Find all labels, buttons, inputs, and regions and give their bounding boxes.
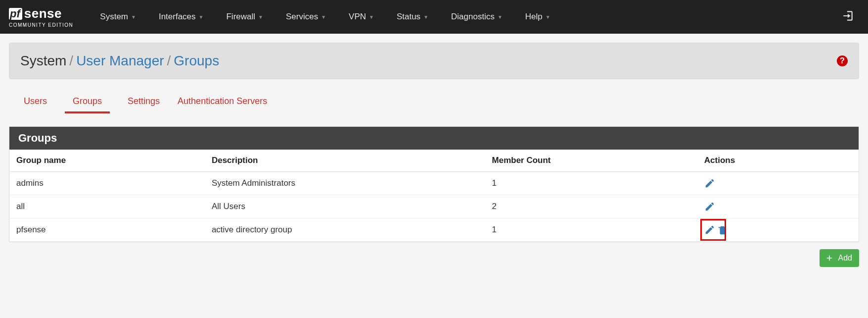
table-row: pfsense active directory group 1 xyxy=(9,218,859,242)
col-description: Description xyxy=(205,150,485,172)
nav-vpn[interactable]: VPN▼ xyxy=(342,7,381,27)
caret-down-icon: ▼ xyxy=(131,14,136,20)
col-group-name: Group name xyxy=(9,150,205,172)
brand-edition: COMMUNITY EDITION xyxy=(9,22,73,28)
nav-services[interactable]: Services▼ xyxy=(279,7,333,27)
plus-icon xyxy=(824,253,834,263)
breadcrumb-user-manager[interactable]: User Manager xyxy=(76,53,164,69)
brand-pf: pf xyxy=(9,8,22,20)
caret-down-icon: ▼ xyxy=(199,14,204,20)
nav-help[interactable]: Help▼ xyxy=(518,7,557,27)
tab-groups[interactable]: Groups xyxy=(65,96,110,113)
add-button[interactable]: Add xyxy=(820,249,859,267)
cell-member-count: 1 xyxy=(485,172,697,195)
tab-auth-servers[interactable]: Authentication Servers xyxy=(178,96,267,113)
tab-bar: Users Groups Settings Authentication Ser… xyxy=(9,96,859,113)
caret-down-icon: ▼ xyxy=(321,14,326,20)
nav-firewall[interactable]: Firewall▼ xyxy=(219,7,270,27)
tab-settings[interactable]: Settings xyxy=(128,96,160,113)
caret-down-icon: ▼ xyxy=(498,14,503,20)
logout-icon[interactable] xyxy=(841,9,854,24)
cell-member-count: 1 xyxy=(485,218,697,242)
col-actions: Actions xyxy=(697,150,859,172)
top-navbar: pf sense COMMUNITY EDITION System▼ Inter… xyxy=(0,0,868,34)
cell-description: All Users xyxy=(205,195,485,218)
breadcrumb-root: System xyxy=(20,53,66,69)
table-row: all All Users 2 xyxy=(9,195,859,218)
cell-group-name: all xyxy=(9,195,205,218)
breadcrumb-groups[interactable]: Groups xyxy=(174,53,219,69)
tab-users[interactable]: Users xyxy=(24,96,47,113)
cell-group-name: admins xyxy=(9,172,205,195)
table-row: admins System Administrators 1 xyxy=(9,172,859,195)
caret-down-icon: ▼ xyxy=(258,14,263,20)
cell-member-count: 2 xyxy=(485,195,697,218)
caret-down-icon: ▼ xyxy=(369,14,374,20)
nav-interfaces[interactable]: Interfaces▼ xyxy=(152,7,211,27)
nav-menu: System▼ Interfaces▼ Firewall▼ Services▼ … xyxy=(93,7,557,27)
nav-diagnostics[interactable]: Diagnostics▼ xyxy=(444,7,509,27)
cell-description: System Administrators xyxy=(205,172,485,195)
caret-down-icon: ▼ xyxy=(546,14,550,20)
groups-panel: Groups Group name Description Member Cou… xyxy=(9,126,859,242)
nav-status[interactable]: Status▼ xyxy=(390,7,435,27)
delete-icon[interactable] xyxy=(717,224,728,235)
cell-description: active directory group xyxy=(205,218,485,242)
edit-icon[interactable] xyxy=(704,224,715,235)
edit-icon[interactable] xyxy=(704,178,715,189)
caret-down-icon: ▼ xyxy=(423,14,428,20)
edit-icon[interactable] xyxy=(704,201,715,212)
brand-sense: sense xyxy=(24,6,62,21)
add-button-label: Add xyxy=(838,254,852,263)
brand-logo[interactable]: pf sense COMMUNITY EDITION xyxy=(9,6,73,28)
help-icon[interactable]: ? xyxy=(837,55,848,66)
nav-system[interactable]: System▼ xyxy=(93,7,143,27)
panel-title: Groups xyxy=(9,127,859,150)
cell-group-name: pfsense xyxy=(9,218,205,242)
groups-table: Group name Description Member Count Acti… xyxy=(9,150,859,242)
col-member-count: Member Count xyxy=(485,150,697,172)
breadcrumb: System / User Manager / Groups ? xyxy=(9,43,859,79)
